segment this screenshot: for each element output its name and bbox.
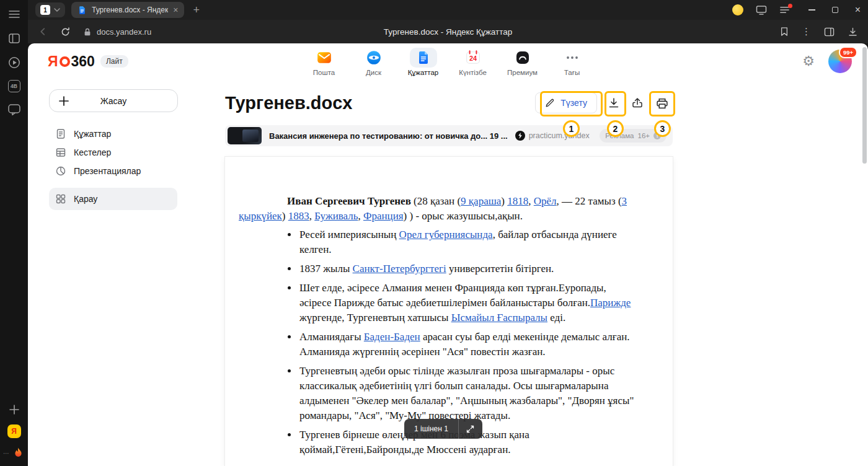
yandex360-logo[interactable]: Я 360 Лайт — [48, 53, 128, 70]
alice-icon[interactable] — [732, 4, 743, 15]
panels-icon[interactable] — [824, 27, 835, 37]
url-text: docs.yandex.ru — [97, 27, 151, 37]
print-button[interactable] — [652, 92, 673, 113]
bookmark-icon[interactable] — [780, 27, 789, 37]
dots-vertical-icon[interactable]: ⋮ — [802, 26, 811, 37]
flame-icon[interactable] — [11, 446, 25, 460]
annotation-number-2: 2 — [607, 120, 624, 137]
practicum-icon — [515, 131, 525, 141]
page-counter-pill: 1 ішінен 1 — [404, 419, 482, 439]
new-tab-icon[interactable]: + — [190, 4, 202, 15]
doc-text: ) — [501, 195, 507, 207]
yandex360-header: Я 360 Лайт Пошта Диск — [28, 43, 868, 79]
yandex-icon[interactable]: Я — [7, 424, 21, 438]
doc-intro: Иван Сергеевич Тургенев (28 қазан (9 қар… — [239, 194, 634, 224]
browser-window: 4B Я ⋯ 1 Тургенев.docx - Яндек × + — [0, 0, 868, 466]
scrollbar-thumb[interactable] — [862, 47, 867, 164]
expand-icon — [466, 424, 475, 434]
doc-link[interactable]: 1818 — [507, 195, 528, 207]
add-panel-icon[interactable] — [7, 403, 21, 416]
menu-icon[interactable] — [7, 7, 21, 21]
sidebar-item-label: Презентациялар — [74, 166, 141, 176]
doc-link[interactable]: Ысмайыл Ғаспыралы — [451, 312, 547, 323]
doc-link[interactable]: Орёл — [534, 195, 557, 207]
reload-icon[interactable] — [60, 27, 71, 37]
logo-ring-icon — [60, 56, 70, 67]
logo-360: 360 — [71, 53, 95, 70]
minimize-icon[interactable] — [808, 9, 815, 11]
doc-text: , — 22 тамыз ( — [557, 195, 622, 207]
doc-link[interactable]: Франция — [363, 210, 404, 222]
notification-dot — [788, 4, 792, 8]
back-icon[interactable] — [38, 27, 48, 37]
mail-icon — [311, 48, 338, 68]
app-mail[interactable]: Пошта — [308, 48, 341, 76]
app-label: Күнтізбе — [459, 69, 487, 76]
notification-count-badge: 99+ — [839, 46, 857, 58]
doc-text: 1837 жылы — [299, 263, 353, 275]
docs-icon — [410, 48, 437, 68]
doc-link[interactable]: 1883 — [288, 210, 309, 222]
tab-turgenev-docx[interactable]: Тургенев.docx - Яндек × — [71, 2, 184, 18]
share-button[interactable] — [628, 92, 647, 113]
create-button[interactable]: Жасау — [49, 89, 178, 112]
ad-source-text: practicum.yandex — [529, 131, 590, 140]
doc-text: Иван Сергеевич Тургенев — [287, 195, 411, 207]
svg-text:24: 24 — [469, 55, 476, 62]
sidebar-item-presentations[interactable]: Презентациялар — [49, 162, 177, 180]
app-label: Диск — [366, 69, 381, 76]
pinned-extension-icon[interactable]: 4B — [8, 80, 20, 92]
app-calendar[interactable]: 24 Күнтізбе — [456, 48, 490, 76]
table-icon — [55, 147, 66, 158]
doc-link[interactable]: Санкт-Петербургтегі — [353, 263, 446, 275]
sidebar-item-label: Құжаттар — [74, 129, 111, 139]
notifications-icon[interactable] — [779, 6, 790, 14]
doc-link[interactable]: Баден-Баден — [364, 331, 420, 343]
grid-icon — [55, 193, 66, 204]
app-label: Премиум — [507, 69, 538, 76]
premium-icon — [509, 48, 536, 68]
ad-title: Вакансия инженера по тестированию: от но… — [269, 131, 508, 141]
doc-bullet: 1837 жылы Санкт-Петербургтегі университе… — [298, 262, 634, 276]
app-disk[interactable]: Диск — [357, 48, 391, 76]
maximize-icon[interactable] — [832, 7, 838, 13]
app-premium[interactable]: Премиум — [506, 48, 539, 76]
close-tab-icon[interactable]: × — [173, 6, 178, 14]
annotation-number-3: 3 — [654, 120, 671, 137]
play-icon[interactable] — [7, 56, 21, 69]
ad-banner[interactable]: Вакансия инженера по тестированию: от но… — [225, 125, 673, 146]
drag-dots-icon: ⋯ — [3, 450, 9, 457]
sidebar-item-documents[interactable]: Құжаттар — [49, 125, 177, 143]
app-docs[interactable]: Құжаттар — [407, 48, 440, 76]
edit-button[interactable]: Түзету — [535, 92, 597, 113]
logo-lite-badge: Лайт — [100, 55, 128, 68]
avatar[interactable]: 99+ — [828, 50, 852, 73]
doc-favicon-icon — [78, 6, 87, 15]
doc-link[interactable]: Буживаль — [314, 210, 358, 222]
doc-link[interactable]: Орел губерниясында — [399, 229, 493, 240]
doc-text: , — [358, 210, 363, 222]
download-button[interactable] — [604, 92, 623, 113]
sidebar-item-view[interactable]: Қарау — [49, 188, 177, 210]
device-sync-icon[interactable] — [756, 5, 767, 15]
web-content: Я 360 Лайт Пошта Диск — [28, 43, 868, 466]
tab-counter[interactable]: 1 — [35, 2, 65, 17]
doc-text: (28 қазан ( — [411, 195, 461, 207]
downloads-icon[interactable] — [848, 27, 858, 37]
app-more[interactable]: Тағы — [556, 48, 589, 76]
fullscreen-button[interactable] — [459, 419, 482, 439]
gear-icon[interactable]: ⚙ — [802, 55, 815, 68]
chat-icon[interactable] — [7, 103, 21, 116]
close-window-icon[interactable]: × — [855, 5, 861, 15]
sidebar-panel-icon[interactable] — [7, 32, 21, 45]
doc-link[interactable]: Парижде — [590, 297, 631, 309]
disk-icon — [360, 48, 388, 68]
lock-icon — [83, 27, 92, 37]
edit-label: Түзету — [560, 98, 587, 108]
pencil-icon — [545, 98, 555, 108]
chevron-down-icon — [54, 8, 60, 12]
doc-link[interactable]: 9 қараша — [461, 195, 501, 207]
page-title: Тургенев.docx - Яндекс Құжаттар — [28, 27, 868, 37]
site-chip[interactable]: docs.yandex.ru — [83, 27, 151, 37]
sidebar-item-tables[interactable]: Кестелер — [49, 143, 177, 162]
